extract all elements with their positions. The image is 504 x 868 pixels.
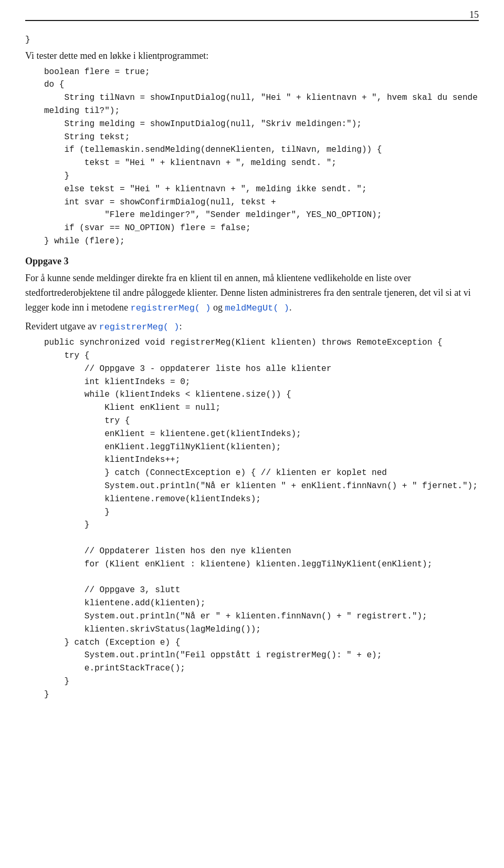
link-registrerMeg2[interactable]: registrerMeg( )	[99, 322, 179, 332]
link-registrerMeg[interactable]: registrerMeg( )	[130, 303, 211, 313]
code-method: public synchronized void registrerMeg(Kl…	[44, 336, 479, 701]
page-number: 15	[469, 9, 479, 20]
oppgave3-paragraph: For å kunne sende meldinger direkte fra …	[25, 271, 479, 315]
link-meldMegUt[interactable]: meldMegUt( )	[225, 303, 289, 313]
intro-text: Vi tester dette med en løkke i klientpro…	[25, 49, 479, 64]
page-container: 15 } Vi tester dette med en løkke i klie…	[0, 0, 504, 722]
revidert-line: Revidert utgave av registrerMeg( ):	[25, 319, 479, 334]
code-loop: boolean flere = true; do { String tilNav…	[44, 66, 479, 248]
opening-brace: }	[25, 34, 479, 47]
top-rule	[25, 20, 479, 21]
content: } Vi tester dette med en løkke i klientp…	[25, 34, 479, 701]
oppgave3-heading: Oppgave 3	[25, 254, 479, 269]
